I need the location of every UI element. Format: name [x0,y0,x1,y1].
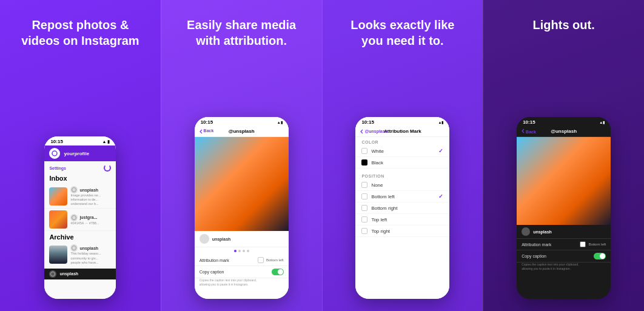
color-white-row[interactable]: White ✓ [355,145,449,157]
inbox-item-1[interactable]: unsplash Image provides ne... informatio… [44,184,116,209]
svg-point-1 [72,188,76,192]
position-topleft-row[interactable]: Top left [355,214,449,226]
svg-point-0 [52,151,57,156]
main-image-2 [195,137,289,231]
item-desc-1: Image provides ne... information to de..… [70,193,111,206]
panel-repost: Repost photos & videos on Instagram 10:1… [0,0,161,311]
bottom-avatar [49,270,56,278]
panel-dark: Lights out. 10:15 ▲▮ Back @unsplash [483,0,644,311]
item-name-2: justgra... [79,215,97,219]
dot-4 [247,250,249,252]
topleft-checkbox [361,216,367,222]
inbox-title: Inbox [44,173,116,184]
toggle-thumb [278,269,283,275]
attr-avatar-2 [200,234,209,244]
attribution-mark-row-4: Attribution mark Bottom left [517,239,611,250]
phone-mockup-4: 10:15 ▲▮ Back @unsplash u [517,117,611,299]
settings-header: Settings [44,161,116,173]
topright-checkbox [361,228,367,234]
item-info-2: justgra... #04145A → #788... [70,214,111,226]
thumb-1 [49,187,67,206]
settings-label[interactable]: Settings [49,166,66,170]
none-checkbox [361,182,367,188]
bottomleft-label: Bottom left [371,194,394,199]
status-bar-2: 10:15 ▲▮ [195,117,289,126]
svg-point-4 [51,272,55,276]
archive-name-1: unsplash [79,246,98,250]
status-icons-3: ▲▮ [438,120,443,124]
nav-bar-2: Back @unsplash [195,126,289,137]
white-label: White [371,149,383,154]
back-button-3[interactable]: @unsplash [360,129,387,134]
phone-mockup-2: 10:15 ▲▮ Back @unsplash u [195,117,289,299]
bottomleft-checkbox [361,193,367,199]
color-black-left: Black [361,159,383,166]
status-time-4: 10:15 [523,119,535,125]
position-none-left: None [361,182,383,188]
attribution-4: unsplash [517,225,611,239]
topright-label: Top right [371,229,390,234]
attribution-mark-label-4: Attribution mark [522,242,551,247]
bottom-username: unsplash [59,272,78,276]
status-icons-2: ▲▮ [277,120,283,124]
archive-item-1[interactable]: unsplash This holiday seaso... community… [44,242,116,267]
status-bar-4: 10:15 ▲▮ [517,117,611,126]
position-none-row[interactable]: None [355,179,449,191]
status-bar-3: 10:15 ▲▮ [355,117,449,126]
attribution-checkbox-4[interactable] [580,241,586,247]
archive-desc-1: This holiday seaso... community to giv..… [70,252,111,264]
position-bottomright-row[interactable]: Bottom right [355,202,449,214]
attr-name-4: unsplash [533,230,552,234]
status-icons: ▲ ▮ [102,139,110,144]
archive-title: Archive [44,231,116,242]
wifi-icon-2: ▲▮ [277,120,283,124]
wifi-icon-4: ▲▮ [599,120,605,124]
username-label: yourprofile [64,151,89,156]
attribution-mark-value-4[interactable]: Bottom left [580,241,606,247]
status-time-3: 10:15 [361,119,374,125]
attr-avatar-4 [522,227,530,236]
reload-icon[interactable] [104,164,111,172]
item-desc-2: #04145A → #788... [70,221,111,226]
position-bottomleft-row[interactable]: Bottom left ✓ [355,191,449,202]
nav-bar-4: Back @unsplash [517,126,611,137]
back-button-4[interactable]: Back [522,129,536,134]
dot-2 [238,250,241,252]
black-label: Black [371,160,383,166]
position-topright-row[interactable]: Top right [355,226,449,237]
profile-row: yourprofile [44,145,116,161]
copy-caption-label-4: Copy caption [522,254,546,258]
item-avatar-2 [70,214,78,221]
toggle-thumb-4 [600,253,605,259]
white-swatch [361,148,367,154]
position-section-label: POSITION [355,171,449,179]
copy-caption-toggle[interactable] [272,269,284,275]
attribution-checkbox[interactable] [258,257,264,263]
main-image-4 [517,137,611,225]
dot-1 [234,250,236,252]
inbox-item-2[interactable]: justgra... #04145A → #788... [44,209,116,231]
item-name-1: unsplash [79,188,98,192]
attribution-mark-row: Attribution mark Bottom left [195,255,289,266]
nav-title-3: Attribution Mark [384,129,421,134]
color-white-left: White [361,148,383,154]
topleft-label: Top left [371,217,387,222]
bottomright-checkbox [361,205,367,211]
position-bottomleft-left: Bottom left [361,193,394,199]
phone-mockup-1a: 10:15 ▲ ▮ yourprofile Settings [44,136,116,299]
copy-caption-label: Copy caption [200,270,224,274]
panel-2-title: Easily share media with attribution. [187,17,296,48]
copy-caption-toggle-4[interactable] [594,253,606,259]
back-button-2[interactable]: Back [200,129,214,133]
attribution-2: unsplash [195,231,289,247]
position-topleft-left: Top left [361,216,387,222]
attr-name-2: unsplash [212,237,231,241]
color-section-label: COLOR [355,137,449,145]
image-dots-2 [195,247,289,255]
color-black-row[interactable]: Black [355,157,449,169]
thumb-2 [49,210,67,229]
attribution-mark-value[interactable]: Bottom left [258,257,284,263]
phone-mockup-3: 10:15 ▲▮ @unsplash Attribution Mark COLO… [355,117,449,299]
attribution-mark-label: Attribution mark [200,258,229,263]
archive-item-info-1: unsplash This holiday seaso... community… [70,244,111,264]
